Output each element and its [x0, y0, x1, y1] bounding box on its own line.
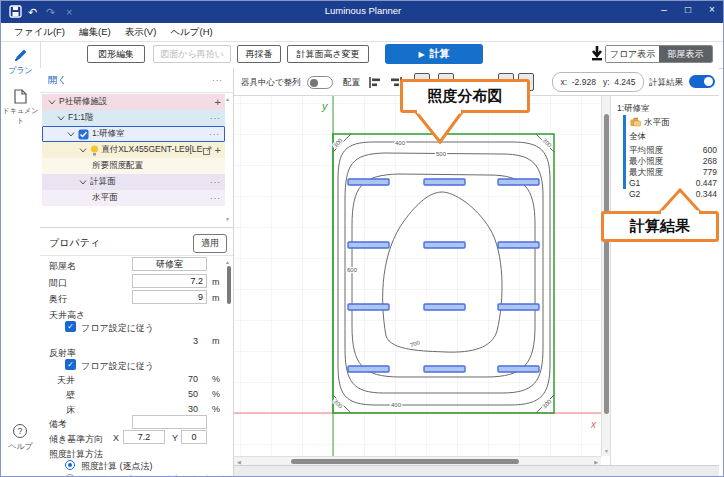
- plane-icon: [630, 117, 641, 127]
- width-unit: m: [212, 277, 220, 287]
- calc-result-toggle-label: 計算結果: [649, 77, 683, 89]
- apply-button[interactable]: 適用: [193, 234, 227, 253]
- chevron-down-icon[interactable]: [57, 114, 65, 122]
- callout-illuminance-distribution: 照度分布図: [400, 79, 530, 113]
- edit-shape-button[interactable]: 図形編集: [87, 45, 145, 63]
- ceiling-height-unit: m: [212, 336, 220, 346]
- tilt-y-input[interactable]: [181, 430, 207, 444]
- change-calc-plane-height-button[interactable]: 計算面高さ変更: [287, 45, 369, 63]
- properties-title: プロパティ: [49, 236, 100, 250]
- luminaire[interactable]: [348, 304, 389, 310]
- calc-result-toggle[interactable]: [689, 75, 715, 88]
- add-icon[interactable]: +: [215, 96, 225, 108]
- room-view-button[interactable]: 部屋表示: [659, 46, 712, 62]
- row-menu-icon[interactable]: ···: [210, 178, 225, 187]
- room-name-label: 部屋名: [49, 260, 76, 273]
- svg-text:400: 400: [391, 402, 402, 408]
- luminaire[interactable]: [498, 179, 539, 185]
- plan-pencil-icon[interactable]: [13, 47, 29, 63]
- calc-results-panel: 1:研修室 水平面 全体 平均照度600 最小照度268 最大照度779 G10…: [610, 96, 719, 465]
- tree-item-luminaire[interactable]: 直付XLX455GENT-LE9[LED5 +: [42, 142, 225, 158]
- notes-input[interactable]: [132, 415, 207, 429]
- depth-label: 奥行: [49, 293, 67, 306]
- rail-help-label[interactable]: ヘルプ: [1, 441, 40, 452]
- results-accent-bar: [623, 115, 626, 189]
- renumber-button[interactable]: 再採番: [237, 45, 281, 63]
- window-title: Luminous Planner: [1, 5, 724, 16]
- prop-scrollbar-thumb[interactable]: [227, 266, 231, 304]
- calculate-button[interactable]: ▶ 計算: [385, 44, 483, 64]
- row-menu-icon[interactable]: ···: [210, 114, 225, 123]
- luminaire[interactable]: [348, 366, 389, 372]
- play-icon: ▶: [418, 50, 424, 59]
- luminaire[interactable]: [424, 366, 465, 372]
- status-strip: [234, 465, 719, 477]
- open-link[interactable]: 開く: [48, 74, 67, 87]
- chevron-down-icon[interactable]: [79, 178, 87, 186]
- scroll-down-icon[interactable]: ▼: [604, 448, 609, 454]
- rail-tab-document[interactable]: ドキュメント: [1, 106, 40, 126]
- callout-pointer-up: [657, 187, 703, 214]
- tree-item-facility[interactable]: P社研修施設 +: [42, 94, 225, 110]
- document-icon[interactable]: [14, 89, 27, 104]
- tree-item-calc-plane-group[interactable]: 計算面 ···: [42, 174, 225, 190]
- luminaire[interactable]: [424, 179, 465, 185]
- maximize-button[interactable]: □: [679, 4, 697, 15]
- luminaire[interactable]: [348, 179, 389, 185]
- tree-item-floor[interactable]: F1:1階 ···: [42, 110, 225, 126]
- width-input[interactable]: [132, 274, 207, 288]
- add-icon[interactable]: +: [215, 144, 221, 156]
- chevron-down-icon[interactable]: [48, 98, 56, 106]
- h-scrollbar-thumb[interactable]: [291, 459, 519, 464]
- prop-scroll-up-icon[interactable]: ▲: [225, 259, 230, 265]
- follow-floor-checkbox[interactable]: ✓: [65, 321, 76, 332]
- canvas-vertical-scrollbar[interactable]: ▼: [601, 96, 610, 456]
- help-icon[interactable]: ?: [13, 424, 27, 438]
- menu-edit[interactable]: 編集(E): [72, 26, 118, 39]
- method-point-radio[interactable]: [65, 460, 75, 470]
- close-button[interactable]: ×: [703, 4, 721, 15]
- canvas-horizontal-scrollbar[interactable]: ◀ ▶: [234, 456, 601, 465]
- luminaire[interactable]: [424, 242, 465, 248]
- luminaire[interactable]: [498, 366, 539, 372]
- import-icon[interactable]: [590, 45, 604, 63]
- room-name-input[interactable]: [132, 257, 207, 271]
- results-plane-label[interactable]: 水平面: [644, 117, 670, 129]
- tree-item-room[interactable]: 1:研修室 ···: [42, 126, 225, 142]
- rail-tab-plan[interactable]: プラン: [1, 65, 40, 76]
- luminaire[interactable]: [498, 304, 539, 310]
- depth-unit: m: [212, 293, 220, 303]
- depth-input[interactable]: [132, 290, 207, 304]
- menu-file[interactable]: ファイル(F): [7, 26, 72, 39]
- drawing-canvas[interactable]: y x 300 300 300 300 400 500 600 700: [234, 96, 601, 456]
- luminaire[interactable]: [348, 242, 389, 248]
- align-fixture-center-toggle[interactable]: [307, 76, 333, 89]
- ceiling-ref-label: 天井: [49, 374, 75, 387]
- tilt-x-input[interactable]: [123, 430, 165, 444]
- tree-item-horizontal-plane[interactable]: 水平面 ···: [42, 190, 225, 206]
- v-scrollbar-thumb[interactable]: [604, 114, 609, 414]
- svg-text:400: 400: [395, 140, 406, 146]
- callout-pointer-down: [413, 110, 465, 146]
- floor-view-button[interactable]: フロア表示: [606, 46, 659, 62]
- tree-scroll-down-icon[interactable]: ▼: [225, 216, 230, 222]
- luminaire[interactable]: [498, 242, 539, 248]
- align-left-icon[interactable]: [368, 76, 381, 89]
- illuminance-contour-plot[interactable]: y x 300 300 300 300 400 500 600 700: [234, 96, 601, 456]
- tree-scroll-up-icon[interactable]: ▲: [225, 96, 230, 102]
- luminaire[interactable]: [424, 304, 465, 310]
- svg-text:600: 600: [347, 267, 358, 273]
- row-menu-icon[interactable]: ···: [209, 130, 224, 139]
- chevron-down-icon[interactable]: [79, 146, 87, 154]
- tree-item-required-illuminance[interactable]: 所要照度配置: [42, 158, 225, 174]
- tilt-label: 傾き基準方向: [49, 433, 103, 446]
- detail-icon[interactable]: [203, 146, 212, 155]
- wall-ref-label: 壁: [49, 389, 75, 402]
- chevron-down-icon[interactable]: [67, 130, 75, 138]
- menu-view[interactable]: 表示(V): [118, 26, 164, 39]
- menu-help[interactable]: ヘルプ(H): [163, 26, 219, 39]
- tree-menu-icon[interactable]: ···: [212, 76, 223, 85]
- row-menu-icon[interactable]: ···: [210, 194, 225, 203]
- minimize-button[interactable]: –: [655, 4, 673, 15]
- follow-floor-checkbox[interactable]: ✓: [65, 359, 76, 370]
